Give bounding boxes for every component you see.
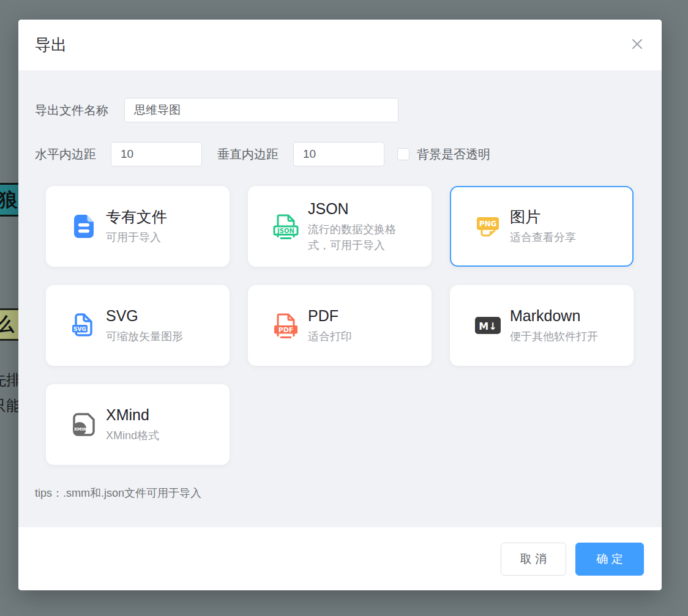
file-name-input[interactable] xyxy=(124,98,398,122)
background-mindmap-node: 么 xyxy=(0,308,21,341)
svg-icon-label: SVG xyxy=(73,326,86,332)
horizontal-padding-input[interactable] xyxy=(111,142,202,166)
format-card-proprietary[interactable]: 专有文件 可用于导入 xyxy=(46,186,230,267)
png-icon-label: PNG xyxy=(479,220,497,228)
close-icon[interactable] xyxy=(630,37,645,51)
format-card-grid: 专有文件 可用于导入 JSON JSON 流行的数据 xyxy=(46,186,635,465)
format-title: Markdown xyxy=(510,306,611,325)
format-card-image[interactable]: PNG 图片 适合查看分享 xyxy=(450,186,634,267)
background-mindmap-text: 只能 xyxy=(0,396,21,415)
format-card-pdf[interactable]: PDF PDF 适合打印 xyxy=(248,285,432,366)
markdown-icon: M↓ xyxy=(474,312,501,339)
padding-row: 水平内边距 垂直内边距 背景是否透明 xyxy=(35,142,645,166)
format-title: PDF xyxy=(308,306,409,325)
export-dialog: 导出 导出文件名称 水平内边距 垂直内边距 背景是否透明 xyxy=(18,20,662,590)
cancel-button[interactable]: 取 消 xyxy=(501,543,566,576)
format-desc: 适合打印 xyxy=(308,328,409,344)
proprietary-file-icon xyxy=(70,213,97,240)
confirm-button[interactable]: 确 定 xyxy=(575,543,644,576)
format-title: 图片 xyxy=(510,207,611,226)
format-title: XMind xyxy=(106,406,207,425)
format-desc: XMind格式 xyxy=(106,428,207,443)
pdf-icon-label: PDF xyxy=(279,326,294,334)
horizontal-padding-label: 水平内边距 xyxy=(35,146,96,163)
format-card-json[interactable]: JSON JSON 流行的数据交换格式，可用于导入 xyxy=(248,186,432,267)
vertical-padding-label: 垂直内边距 xyxy=(217,146,279,163)
dialog-footer: 取 消 确 定 xyxy=(18,527,662,590)
format-desc: 适合查看分享 xyxy=(510,229,611,245)
background-mindmap-node: 是狼 xyxy=(0,183,21,217)
pdf-file-icon: PDF xyxy=(272,312,299,339)
background-mindmap-text: 先排 xyxy=(0,370,21,390)
format-desc: 流行的数据交换格式，可用于导入 xyxy=(308,221,409,253)
dialog-body: 导出文件名称 水平内边距 垂直内边距 背景是否透明 xyxy=(18,70,662,527)
format-title: JSON xyxy=(308,199,409,218)
format-title: 专有文件 xyxy=(106,207,207,226)
svg-file-icon: SVG xyxy=(70,312,97,339)
vertical-padding-input[interactable] xyxy=(293,142,384,166)
tips-text: tips：.smm和.json文件可用于导入 xyxy=(35,486,645,500)
transparent-bg-checkbox[interactable] xyxy=(397,148,409,160)
format-title: SVG xyxy=(106,306,207,325)
file-name-row: 导出文件名称 xyxy=(35,98,645,122)
format-desc: 可用于导入 xyxy=(106,229,207,245)
format-desc: 可缩放矢量图形 xyxy=(106,328,207,344)
format-desc: 便于其他软件打开 xyxy=(510,328,611,344)
format-card-svg[interactable]: SVG SVG 可缩放矢量图形 xyxy=(46,285,230,366)
json-file-icon: JSON xyxy=(272,213,299,240)
dialog-header: 导出 xyxy=(18,20,662,70)
json-icon-label: JSON xyxy=(277,228,294,234)
xmind-icon-label: XMIND xyxy=(74,427,91,432)
file-name-label: 导出文件名称 xyxy=(35,102,108,119)
markdown-icon-label: M↓ xyxy=(479,321,496,332)
transparent-bg-label: 背景是否透明 xyxy=(417,146,490,163)
xmind-file-icon: XMIND xyxy=(70,411,97,438)
dialog-title: 导出 xyxy=(35,34,67,56)
format-card-markdown[interactable]: M↓ Markdown 便于其他软件打开 xyxy=(450,285,634,366)
png-file-icon: PNG xyxy=(474,213,501,240)
format-card-xmind[interactable]: XMIND XMind XMind格式 xyxy=(46,384,230,465)
